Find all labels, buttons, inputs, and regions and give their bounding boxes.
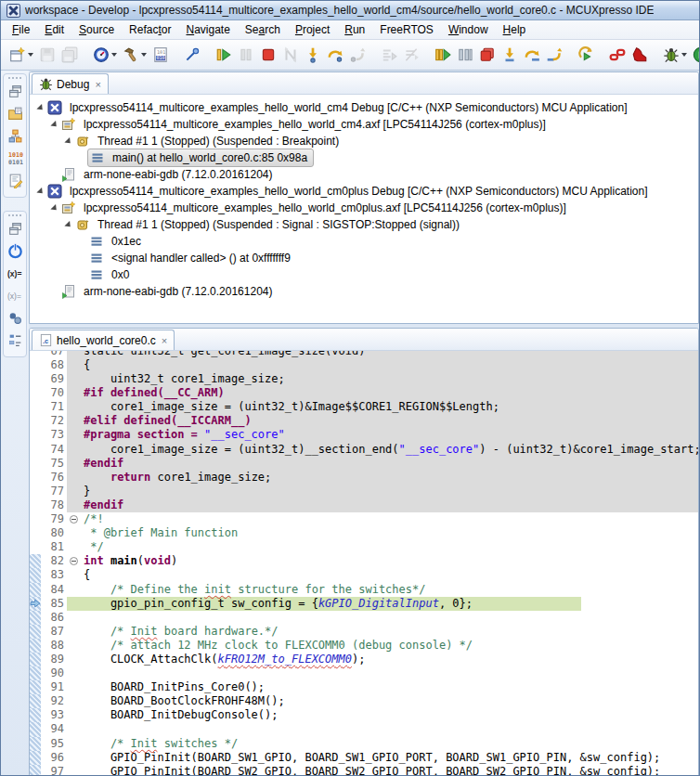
step-return-all-button[interactable] — [543, 43, 565, 67]
line-number[interactable]: 82 — [41, 554, 67, 568]
code-line[interactable]: 69 uint32_t core1_image_size; — [30, 372, 698, 386]
line-number[interactable]: 75 — [41, 457, 67, 471]
debug-tree-row[interactable]: lpcxpresso54114_multicore_examples_hello… — [30, 116, 698, 133]
code-line[interactable]: 87 /* Init board hardware.*/ — [30, 625, 698, 639]
code-text[interactable]: /*! — [80, 512, 698, 526]
registers-button[interactable]: 10100101 — [5, 149, 25, 171]
chevron-down-icon[interactable] — [681, 53, 687, 57]
close-icon[interactable]: × — [160, 335, 167, 346]
tab-hello-world-core0[interactable]: .c hello_world_core0.c × — [32, 330, 175, 350]
line-number[interactable]: 97 — [41, 765, 67, 775]
code-text[interactable]: core1_image_size = (uint32_t)__section_e… — [80, 443, 698, 457]
debug-tree-row[interactable]: arm-none-eabi-gdb (7.12.0.20161204) — [30, 283, 698, 300]
code-text[interactable] — [80, 611, 698, 625]
run-button[interactable] — [690, 43, 700, 67]
code-line[interactable]: 93 BOARD_InitDebugConsole(); — [30, 708, 698, 722]
line-number[interactable]: 88 — [41, 639, 67, 653]
code-line[interactable]: 89 CLOCK_AttachClk(kFRO12M_to_FLEXCOMM0)… — [30, 653, 698, 666]
code-line[interactable]: 67static uint32_t get_core1_image_size(v… — [30, 351, 698, 358]
tree-expander-icon[interactable] — [63, 223, 73, 227]
step-into-button[interactable] — [302, 43, 324, 67]
code-line[interactable]: 95 /* Init switches */ — [30, 737, 698, 751]
line-number[interactable]: 85 — [41, 597, 67, 611]
code-line[interactable]: 92 BOARD_BootClockFROHF48M(); — [30, 694, 698, 708]
variables-button[interactable]: (x)= — [5, 264, 25, 286]
menu-help[interactable]: Help — [496, 21, 534, 38]
code-line[interactable]: 81 */ — [30, 540, 698, 554]
code-text[interactable]: /* Init board hardware.*/ — [80, 625, 698, 639]
line-number[interactable]: 76 — [41, 471, 67, 485]
debug-tree-row[interactable]: 0x0 — [30, 266, 698, 283]
restore-view-button[interactable] — [5, 82, 25, 104]
build-hammer-button[interactable] — [120, 43, 149, 67]
code-line[interactable]: 68{ — [30, 358, 698, 372]
code-text[interactable]: #elif defined(__ICCARM__) — [80, 414, 698, 428]
chevron-down-icon[interactable] — [111, 53, 117, 57]
menu-source[interactable]: Source — [71, 21, 122, 38]
menu-run[interactable]: Run — [337, 21, 372, 38]
code-line[interactable]: 84 /* Define the init structure for the … — [30, 583, 698, 597]
code-text[interactable]: gpio_pin_config_t sw_config = {kGPIO_Dig… — [80, 597, 698, 611]
terminate-all-button[interactable] — [476, 43, 499, 67]
menu-window[interactable]: Window — [441, 21, 496, 38]
debug-tree[interactable]: lpcxpresso54114_multicore_examples_hello… — [30, 95, 698, 323]
step-over-all-button[interactable] — [521, 43, 543, 67]
debug-tree-row[interactable]: main() at hello_world_core0.c:85 0x98a — [30, 149, 698, 166]
suspend-all-button[interactable] — [454, 43, 476, 67]
code-text[interactable] — [80, 666, 698, 680]
line-number[interactable]: 72 — [41, 414, 67, 428]
line-number[interactable]: 90 — [41, 666, 67, 680]
menu-navigate[interactable]: Navigate — [178, 21, 237, 38]
line-number[interactable]: 81 — [41, 540, 67, 554]
code-area[interactable]: 67static uint32_t get_core1_image_size(v… — [30, 351, 698, 775]
code-line[interactable]: 71 core1_image_size = (uint32_t)&Image$$… — [30, 400, 698, 414]
tree-expander-icon[interactable] — [49, 206, 59, 211]
line-number[interactable]: 84 — [41, 583, 67, 597]
code-line[interactable]: 91 BOARD_InitPins_Core0(); — [30, 680, 698, 694]
debug-clock-button[interactable] — [90, 43, 120, 67]
line-number[interactable]: 68 — [41, 358, 67, 372]
view-bar-handle[interactable] — [7, 76, 22, 80]
code-text[interactable] — [80, 722, 698, 736]
tree-expander-icon[interactable] — [49, 123, 59, 127]
line-number[interactable]: 83 — [41, 568, 67, 582]
code-text[interactable]: #pragma section = "__sec_core" — [80, 428, 698, 442]
line-number[interactable]: 96 — [41, 751, 67, 765]
code-text[interactable]: core1_image_size = (uint32_t)&Image$$COR… — [80, 400, 698, 414]
terminate-button[interactable] — [257, 43, 279, 67]
fold-marker[interactable] — [67, 512, 80, 526]
code-line[interactable]: 86 — [30, 611, 698, 625]
line-number[interactable]: 74 — [41, 443, 67, 457]
code-text[interactable]: static uint32_t get_core1_image_size(voi… — [80, 351, 698, 358]
code-line[interactable]: 79/*! — [30, 512, 698, 526]
tree-expander-icon[interactable] — [35, 106, 45, 110]
line-number[interactable]: 73 — [41, 428, 67, 442]
resume-button[interactable] — [213, 43, 235, 67]
mcuxpresso-logo-icon[interactable] — [6, 4, 20, 18]
code-line[interactable]: 74 core1_image_size = (uint32_t)__sectio… — [30, 443, 698, 457]
new-wizard-button[interactable] — [6, 43, 36, 67]
debug-tree-row[interactable]: Thread #1 1 (Stopped) (Suspended : Signa… — [30, 216, 698, 233]
code-line[interactable]: 70#if defined(__CC_ARM) — [30, 386, 698, 400]
code-line[interactable]: 82int main(void) — [30, 554, 698, 568]
code-text[interactable]: { — [80, 568, 698, 582]
redboot-button[interactable] — [629, 43, 651, 67]
code-text[interactable]: #endif — [80, 498, 698, 512]
line-number[interactable]: 95 — [41, 737, 67, 751]
code-text[interactable]: BOARD_BootClockFROHF48M(); — [80, 694, 698, 708]
code-text[interactable]: } — [80, 485, 698, 498]
binary-button[interactable]: 010101 — [149, 43, 172, 67]
code-line[interactable]: 85 gpio_pin_config_t sw_config = {kGPIO_… — [30, 597, 698, 611]
restart-button[interactable] — [575, 43, 597, 67]
code-text[interactable]: /* Define the init structure for the swi… — [80, 583, 698, 597]
code-line[interactable]: 94 — [30, 722, 698, 736]
line-number[interactable]: 67 — [41, 351, 67, 358]
code-line[interactable]: 83{ — [30, 568, 698, 582]
outline-button[interactable] — [5, 330, 25, 353]
code-line[interactable]: 76 return core1_image_size; — [30, 471, 698, 485]
code-line[interactable]: 97 GPIO_PinInit(BOARD_SW2_GPIO, BOARD_SW… — [30, 765, 698, 775]
line-number[interactable]: 89 — [41, 653, 67, 666]
line-number[interactable]: 94 — [41, 722, 67, 736]
menu-file[interactable]: File — [5, 21, 37, 38]
code-line[interactable]: 78#endif — [30, 498, 698, 512]
